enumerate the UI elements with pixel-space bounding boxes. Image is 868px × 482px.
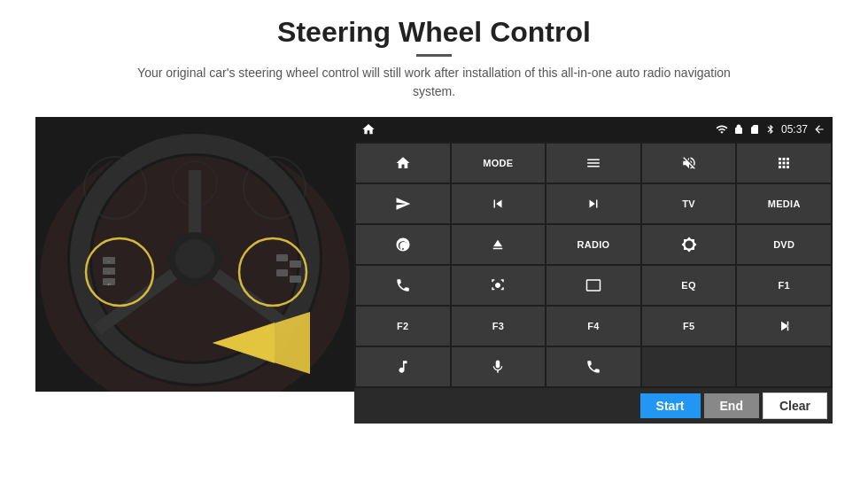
navigation-icon bbox=[395, 196, 411, 212]
skip-prev-icon bbox=[490, 196, 506, 212]
btn-f5[interactable]: F5 bbox=[642, 307, 736, 346]
btn-music[interactable] bbox=[356, 347, 450, 386]
btn-next[interactable] bbox=[546, 184, 640, 223]
btn-media[interactable]: MEDIA bbox=[737, 184, 831, 223]
btn-brightness[interactable] bbox=[642, 225, 736, 264]
btn-empty2[interactable] bbox=[737, 347, 831, 386]
apps-icon bbox=[776, 155, 792, 171]
end-button[interactable]: End bbox=[704, 393, 759, 418]
btn-empty1[interactable] bbox=[642, 347, 736, 386]
call-end-icon bbox=[585, 359, 601, 375]
lock-icon bbox=[733, 124, 744, 135]
skip-next-icon bbox=[585, 196, 601, 212]
btn-apps[interactable] bbox=[737, 144, 831, 183]
bluetooth-icon bbox=[765, 124, 776, 135]
btn-f2[interactable]: F2 bbox=[356, 307, 450, 346]
btn-phone[interactable] bbox=[356, 266, 450, 305]
music-icon bbox=[395, 359, 411, 375]
back-icon bbox=[813, 123, 825, 136]
wifi-icon bbox=[716, 123, 728, 136]
btn-screen[interactable] bbox=[546, 266, 640, 305]
status-left bbox=[361, 122, 376, 136]
phone-icon bbox=[395, 277, 411, 293]
page-title: Steering Wheel Control bbox=[124, 16, 744, 49]
btn-phonecall[interactable] bbox=[546, 347, 640, 386]
clock-display: 05:37 bbox=[781, 123, 808, 136]
svg-rect-20 bbox=[290, 276, 301, 283]
btn-eject[interactable] bbox=[452, 225, 546, 264]
svg-rect-17 bbox=[276, 254, 288, 261]
sd-icon bbox=[749, 124, 760, 135]
playpause-icon bbox=[776, 318, 792, 334]
btn-tv[interactable]: TV bbox=[642, 184, 736, 223]
eject-icon bbox=[490, 237, 506, 253]
btn-360[interactable] bbox=[356, 225, 450, 264]
status-bar: 05:37 bbox=[354, 117, 833, 142]
screen-icon bbox=[585, 277, 601, 293]
svg-point-8 bbox=[175, 239, 214, 278]
bottom-bar: Start End Clear bbox=[354, 388, 833, 424]
btn-navigate[interactable] bbox=[356, 184, 450, 223]
btn-radio[interactable]: RADIO bbox=[546, 225, 640, 264]
content-area: + − ↵ bbox=[35, 117, 833, 424]
btn-eq[interactable]: EQ bbox=[642, 266, 736, 305]
mic-icon bbox=[490, 359, 506, 375]
page-container: Steering Wheel Control Your original car… bbox=[0, 0, 868, 482]
brightness-icon bbox=[681, 237, 697, 253]
360-icon bbox=[395, 237, 411, 253]
title-section: Steering Wheel Control Your original car… bbox=[124, 16, 744, 101]
btn-home[interactable] bbox=[356, 144, 450, 183]
svg-text:−: − bbox=[108, 270, 111, 275]
title-divider bbox=[416, 54, 452, 57]
list-icon bbox=[585, 155, 601, 171]
button-grid: MODE bbox=[354, 142, 833, 388]
btn-list[interactable] bbox=[546, 144, 640, 183]
volume-mute-icon bbox=[681, 155, 697, 171]
steering-wheel-image: + − ↵ bbox=[35, 117, 354, 392]
clear-button[interactable]: Clear bbox=[763, 393, 827, 419]
start-button[interactable]: Start bbox=[640, 393, 701, 418]
head-unit-panel: 05:37 MODE bbox=[354, 117, 833, 424]
btn-dvd[interactable]: DVD bbox=[737, 225, 831, 264]
home-status-icon bbox=[361, 122, 376, 136]
btn-f4[interactable]: F4 bbox=[546, 307, 640, 346]
btn-mic[interactable] bbox=[452, 347, 546, 386]
svg-rect-19 bbox=[276, 269, 288, 276]
svg-text:+: + bbox=[108, 260, 111, 264]
home-icon bbox=[395, 155, 411, 171]
svg-rect-18 bbox=[290, 260, 301, 268]
btn-360cam[interactable] bbox=[452, 266, 546, 305]
btn-mute[interactable] bbox=[642, 144, 736, 183]
btn-prev[interactable] bbox=[452, 184, 546, 223]
status-right: 05:37 bbox=[716, 123, 825, 136]
btn-mode[interactable]: MODE bbox=[452, 144, 546, 183]
btn-f3[interactable]: F3 bbox=[452, 307, 546, 346]
360cam-icon bbox=[490, 277, 506, 293]
svg-text:↵: ↵ bbox=[107, 282, 112, 287]
btn-playpause[interactable] bbox=[737, 307, 831, 346]
btn-f1[interactable]: F1 bbox=[737, 266, 831, 305]
subtitle-text: Your original car's steering wheel contr… bbox=[124, 64, 744, 101]
